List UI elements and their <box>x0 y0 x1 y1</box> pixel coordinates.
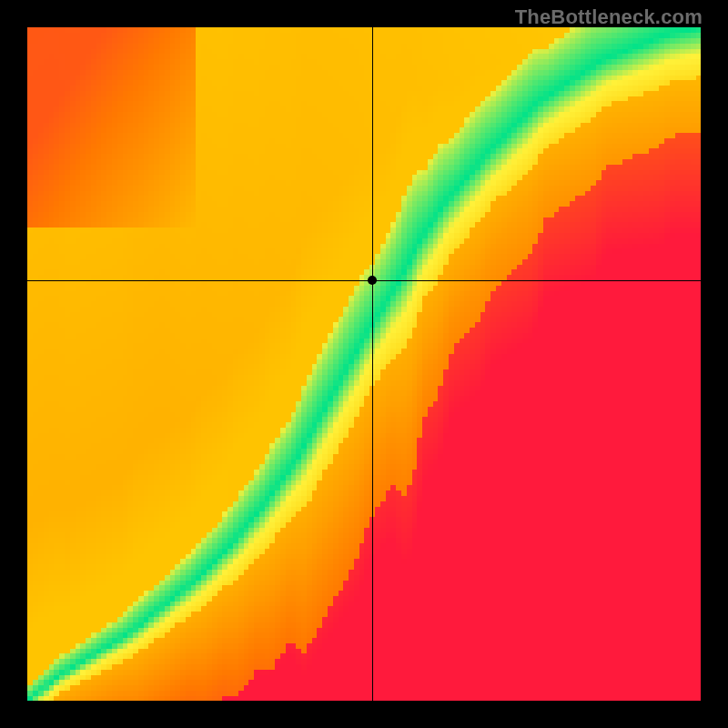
selection-marker <box>368 276 377 285</box>
watermark-text: TheBottleneck.com <box>515 5 703 29</box>
bottleneck-heatmap <box>27 27 701 701</box>
crosshair-vertical <box>372 27 373 701</box>
chart-frame: TheBottleneck.com <box>0 0 728 728</box>
crosshair-horizontal <box>27 280 701 281</box>
